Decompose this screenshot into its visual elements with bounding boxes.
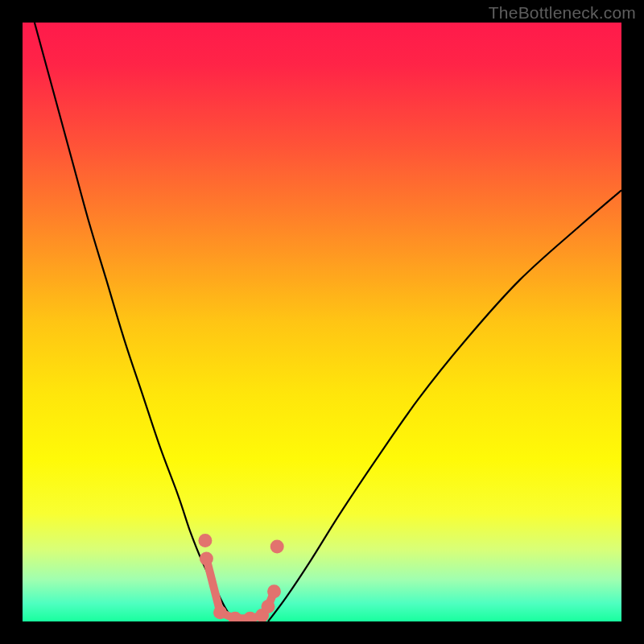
watermark-text: TheBottleneck.com bbox=[489, 3, 636, 23]
chart-curves bbox=[23, 23, 621, 621]
curve-right bbox=[268, 190, 621, 621]
marker-dot bbox=[262, 600, 275, 613]
plot-area bbox=[23, 23, 621, 621]
marker-dot bbox=[243, 612, 257, 621]
marker-dot bbox=[213, 605, 227, 619]
curve-left bbox=[35, 23, 235, 621]
marker-dot bbox=[198, 534, 212, 547]
chart-frame: TheBottleneck.com bbox=[0, 0, 644, 644]
marker-dot bbox=[270, 540, 284, 554]
marker-dot bbox=[200, 551, 213, 565]
marker-dot bbox=[267, 584, 281, 598]
